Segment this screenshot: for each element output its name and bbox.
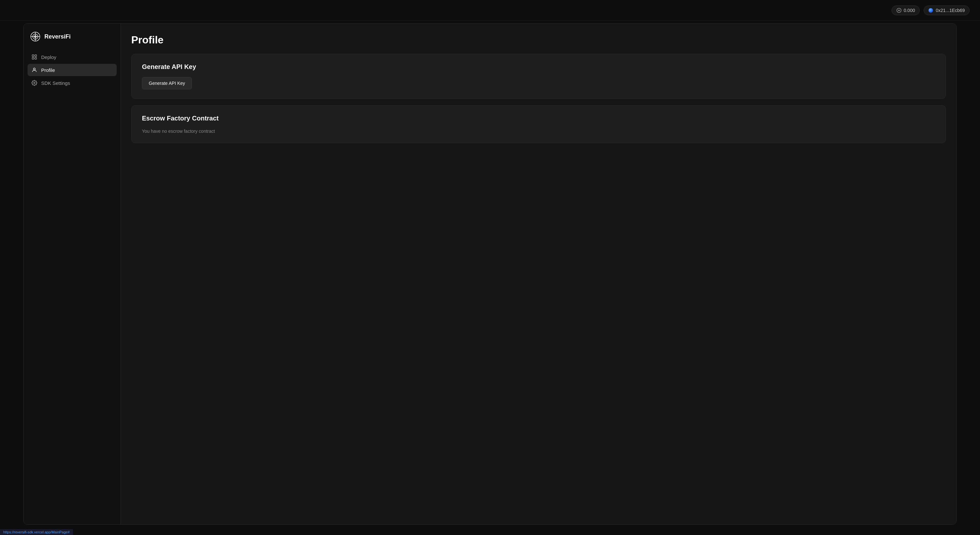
escrow-card-description: You have no escrow factory contract [142,129,935,134]
profile-icon [32,67,37,73]
svg-rect-9 [35,58,37,59]
sidebar: ReversiFi Deploy Profile [24,24,121,524]
svg-rect-8 [32,58,34,59]
header-right: 0.000 0x21...1Ecb69 [891,5,970,15]
svg-point-10 [33,68,35,70]
wallet-button[interactable]: 0x21...1Ecb69 [924,5,970,15]
main-layout: ReversiFi Deploy Profile [23,23,957,525]
sidebar-item-sdk-settings[interactable]: SDK Settings [27,77,117,89]
sidebar-logo-icon [30,32,40,42]
api-key-card: Generate API Key Generate API Key [131,54,946,99]
wallet-address: 0x21...1Ecb69 [935,8,965,13]
deploy-icon [32,54,37,60]
escrow-card-title: Escrow Factory Contract [142,115,935,122]
wallet-dot-icon [929,8,933,13]
sidebar-item-sdk-settings-label: SDK Settings [41,80,70,86]
header: 0.000 0x21...1Ecb69 [0,0,980,21]
status-bar-url: https://reversifi-sdk.vercel.app/MainPag… [3,530,70,534]
generate-api-key-button[interactable]: Generate API Key [142,77,192,89]
token-icon [896,8,902,13]
sidebar-item-deploy[interactable]: Deploy [27,51,117,63]
escrow-card: Escrow Factory Contract You have no escr… [131,105,946,143]
sidebar-logo: ReversiFi [24,32,121,51]
svg-rect-6 [32,55,34,56]
token-balance: 0.000 [891,5,920,15]
sidebar-item-deploy-label: Deploy [41,54,56,60]
sidebar-item-profile[interactable]: Profile [27,64,117,76]
svg-rect-7 [35,55,37,56]
sidebar-item-profile-label: Profile [41,67,55,73]
token-balance-value: 0.000 [904,8,915,13]
status-bar: https://reversifi-sdk.vercel.app/MainPag… [0,529,73,535]
main-content: Profile Generate API Key Generate API Ke… [121,24,956,524]
sidebar-nav: Deploy Profile SDK Settings [24,51,121,89]
settings-icon [32,80,37,86]
svg-point-11 [34,82,35,84]
page-title: Profile [131,34,946,46]
sidebar-logo-text: ReversiFi [45,33,71,40]
api-key-card-title: Generate API Key [142,63,935,71]
